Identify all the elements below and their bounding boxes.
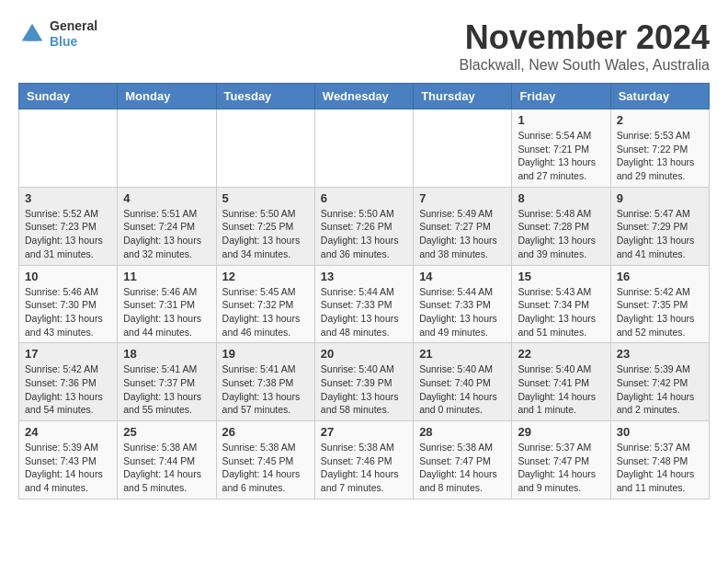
calendar-week-row: 1Sunrise: 5:54 AM Sunset: 7:21 PM Daylig… <box>19 109 710 188</box>
day-number: 21 <box>419 347 506 361</box>
day-number: 8 <box>518 191 604 205</box>
day-info: Sunrise: 5:40 AM Sunset: 7:41 PM Dayligh… <box>518 362 604 417</box>
logo-icon <box>18 20 46 48</box>
day-number: 11 <box>123 270 210 283</box>
calendar-week-row: 24Sunrise: 5:39 AM Sunset: 7:43 PM Dayli… <box>19 421 710 500</box>
calendar-cell: 20Sunrise: 5:40 AM Sunset: 7:39 PM Dayli… <box>314 343 413 421</box>
day-number: 10 <box>25 270 111 283</box>
day-number: 17 <box>25 347 111 361</box>
calendar-cell: 19Sunrise: 5:41 AM Sunset: 7:38 PM Dayli… <box>216 343 314 421</box>
calendar-cell: 16Sunrise: 5:42 AM Sunset: 7:35 PM Dayli… <box>610 265 709 343</box>
calendar-cell: 10Sunrise: 5:46 AM Sunset: 7:30 PM Dayli… <box>19 265 118 343</box>
svg-rect-1 <box>27 34 38 41</box>
day-info: Sunrise: 5:37 AM Sunset: 7:47 PM Dayligh… <box>518 441 604 495</box>
day-info: Sunrise: 5:38 AM Sunset: 7:47 PM Dayligh… <box>419 441 506 495</box>
calendar-cell: 3Sunrise: 5:52 AM Sunset: 7:23 PM Daylig… <box>19 187 118 265</box>
day-info: Sunrise: 5:45 AM Sunset: 7:32 PM Dayligh… <box>222 285 309 339</box>
calendar-cell: 17Sunrise: 5:42 AM Sunset: 7:36 PM Dayli… <box>19 343 118 421</box>
day-header: Wednesday <box>314 84 413 109</box>
calendar-cell: 2Sunrise: 5:53 AM Sunset: 7:22 PM Daylig… <box>610 109 709 188</box>
day-info: Sunrise: 5:39 AM Sunset: 7:42 PM Dayligh… <box>617 362 703 417</box>
calendar-cell: 4Sunrise: 5:51 AM Sunset: 7:24 PM Daylig… <box>118 187 216 265</box>
day-header: Monday <box>118 84 216 109</box>
day-info: Sunrise: 5:38 AM Sunset: 7:45 PM Dayligh… <box>222 441 309 495</box>
logo-general: General <box>50 18 97 34</box>
calendar-cell: 22Sunrise: 5:40 AM Sunset: 7:41 PM Dayli… <box>512 343 610 421</box>
day-info: Sunrise: 5:41 AM Sunset: 7:37 PM Dayligh… <box>123 362 210 417</box>
day-number: 16 <box>617 270 703 283</box>
day-info: Sunrise: 5:48 AM Sunset: 7:28 PM Dayligh… <box>518 207 604 261</box>
month-title: November 2024 <box>460 18 710 57</box>
day-header: Friday <box>512 84 610 109</box>
day-info: Sunrise: 5:46 AM Sunset: 7:31 PM Dayligh… <box>123 285 210 339</box>
day-number: 14 <box>419 270 506 283</box>
day-number: 20 <box>321 347 407 361</box>
day-info: Sunrise: 5:40 AM Sunset: 7:39 PM Dayligh… <box>321 362 407 417</box>
calendar-cell: 6Sunrise: 5:50 AM Sunset: 7:26 PM Daylig… <box>314 187 413 265</box>
day-number: 9 <box>617 191 703 205</box>
day-info: Sunrise: 5:46 AM Sunset: 7:30 PM Dayligh… <box>25 285 111 339</box>
calendar-cell: 5Sunrise: 5:50 AM Sunset: 7:25 PM Daylig… <box>216 187 314 265</box>
calendar-cell <box>19 109 118 188</box>
day-number: 1 <box>518 113 604 127</box>
calendar-cell: 11Sunrise: 5:46 AM Sunset: 7:31 PM Dayli… <box>118 265 216 343</box>
day-info: Sunrise: 5:38 AM Sunset: 7:46 PM Dayligh… <box>321 441 407 495</box>
calendar-cell <box>216 109 314 188</box>
calendar-cell: 18Sunrise: 5:41 AM Sunset: 7:37 PM Dayli… <box>118 343 216 421</box>
day-number: 26 <box>222 425 309 439</box>
day-number: 24 <box>25 425 111 439</box>
day-info: Sunrise: 5:42 AM Sunset: 7:36 PM Dayligh… <box>25 362 111 417</box>
calendar-header-row: SundayMondayTuesdayWednesdayThursdayFrid… <box>19 84 710 109</box>
calendar-cell <box>314 109 413 188</box>
calendar-cell: 24Sunrise: 5:39 AM Sunset: 7:43 PM Dayli… <box>19 421 118 500</box>
calendar-cell: 27Sunrise: 5:38 AM Sunset: 7:46 PM Dayli… <box>314 421 413 500</box>
day-header: Tuesday <box>216 84 314 109</box>
day-number: 6 <box>321 191 407 205</box>
day-info: Sunrise: 5:44 AM Sunset: 7:33 PM Dayligh… <box>321 285 407 339</box>
day-info: Sunrise: 5:39 AM Sunset: 7:43 PM Dayligh… <box>25 441 111 495</box>
location: Blackwall, New South Wales, Australia <box>460 57 710 74</box>
day-number: 27 <box>321 425 407 439</box>
calendar-cell: 1Sunrise: 5:54 AM Sunset: 7:21 PM Daylig… <box>512 109 610 188</box>
day-number: 23 <box>617 347 703 361</box>
calendar-cell: 25Sunrise: 5:38 AM Sunset: 7:44 PM Dayli… <box>118 421 216 500</box>
day-info: Sunrise: 5:47 AM Sunset: 7:29 PM Dayligh… <box>617 207 703 261</box>
day-number: 25 <box>123 425 210 439</box>
day-info: Sunrise: 5:40 AM Sunset: 7:40 PM Dayligh… <box>419 362 506 417</box>
day-number: 12 <box>222 270 309 283</box>
calendar-cell <box>414 109 512 188</box>
calendar-cell: 26Sunrise: 5:38 AM Sunset: 7:45 PM Dayli… <box>216 421 314 500</box>
calendar-cell: 21Sunrise: 5:40 AM Sunset: 7:40 PM Dayli… <box>414 343 512 421</box>
calendar-cell: 28Sunrise: 5:38 AM Sunset: 7:47 PM Dayli… <box>414 421 512 500</box>
calendar-week-row: 17Sunrise: 5:42 AM Sunset: 7:36 PM Dayli… <box>19 343 710 421</box>
day-info: Sunrise: 5:38 AM Sunset: 7:44 PM Dayligh… <box>123 441 210 495</box>
logo-text: General Blue <box>50 18 97 50</box>
day-number: 18 <box>123 347 210 361</box>
calendar-cell <box>118 109 216 188</box>
day-info: Sunrise: 5:43 AM Sunset: 7:34 PM Dayligh… <box>518 285 604 339</box>
calendar-cell: 30Sunrise: 5:37 AM Sunset: 7:48 PM Dayli… <box>610 421 709 500</box>
day-number: 13 <box>321 270 407 283</box>
day-number: 22 <box>518 347 604 361</box>
day-info: Sunrise: 5:54 AM Sunset: 7:21 PM Dayligh… <box>518 129 604 183</box>
logo: General Blue <box>18 18 97 50</box>
day-info: Sunrise: 5:53 AM Sunset: 7:22 PM Dayligh… <box>617 129 703 183</box>
day-info: Sunrise: 5:50 AM Sunset: 7:26 PM Dayligh… <box>321 207 407 261</box>
day-number: 7 <box>419 191 506 205</box>
day-number: 30 <box>617 425 703 439</box>
day-header: Thursday <box>414 84 512 109</box>
header: General Blue November 2024 Blackwall, Ne… <box>18 18 710 74</box>
day-number: 3 <box>25 191 111 205</box>
calendar-cell: 13Sunrise: 5:44 AM Sunset: 7:33 PM Dayli… <box>314 265 413 343</box>
day-number: 19 <box>222 347 309 361</box>
day-number: 29 <box>518 425 604 439</box>
day-header: Saturday <box>610 84 709 109</box>
day-number: 28 <box>419 425 506 439</box>
calendar-week-row: 10Sunrise: 5:46 AM Sunset: 7:30 PM Dayli… <box>19 265 710 343</box>
day-info: Sunrise: 5:37 AM Sunset: 7:48 PM Dayligh… <box>617 441 703 495</box>
calendar-cell: 9Sunrise: 5:47 AM Sunset: 7:29 PM Daylig… <box>610 187 709 265</box>
title-section: November 2024 Blackwall, New South Wales… <box>460 18 710 74</box>
calendar-cell: 7Sunrise: 5:49 AM Sunset: 7:27 PM Daylig… <box>414 187 512 265</box>
day-info: Sunrise: 5:51 AM Sunset: 7:24 PM Dayligh… <box>123 207 210 261</box>
day-info: Sunrise: 5:42 AM Sunset: 7:35 PM Dayligh… <box>617 285 703 339</box>
